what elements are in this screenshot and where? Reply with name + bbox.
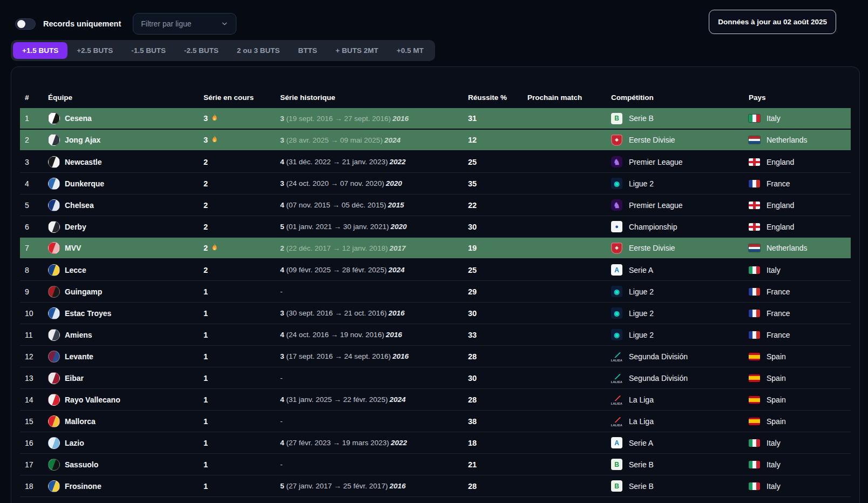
team-logo (48, 351, 60, 363)
italy-flag-icon (749, 266, 760, 274)
historic-streak-cell: 4 (31 janv. 2025 → 22 févr. 2025)2024 (277, 395, 465, 404)
records-only-toggle[interactable] (15, 18, 36, 30)
tab-buts-2mt[interactable]: + BUTS 2MT (327, 42, 388, 59)
streak-value: 2 (204, 201, 208, 210)
historic-streak-cell: 4 (09 févr. 2025 → 28 févr. 2025)2024 (277, 266, 465, 274)
table-row-cesena[interactable]: 1Cesena33 (19 sept. 2016 → 27 sept. 2016… (20, 108, 851, 130)
rank-cell: 11 (20, 331, 44, 339)
competition-name: Ligue 2 (629, 287, 654, 296)
current-streak-cell: 1 (200, 331, 277, 339)
historic-year: 2024 (388, 395, 405, 404)
team-cell: Frosinone (44, 480, 200, 492)
table-row-lecce[interactable]: 8Lecce24 (09 févr. 2025 → 28 févr. 2025)… (20, 259, 851, 281)
table-row-newcastle[interactable]: 3Newcastle24 (31 déc. 2022 → 21 janv. 20… (20, 151, 851, 173)
league-filter-select[interactable]: Filtrer par ligue (133, 13, 236, 35)
table-row-estac-troyes[interactable]: 10Estac Troyes13 (30 sept. 2016 → 21 oct… (20, 303, 851, 324)
success-rate-cell: 31 (465, 114, 524, 123)
table-row-dunkerque[interactable]: 4Dunkerque23 (24 oct. 2020 → 07 nov. 202… (20, 173, 851, 195)
table-row-rayo-vallecano[interactable]: 14Rayo Vallecano14 (31 janv. 2025 → 22 f… (20, 389, 851, 411)
historic-streak-cell: 5 (27 janv. 2017 → 25 févr. 2017)2016 (277, 482, 465, 490)
streak-value: 1 (204, 309, 208, 318)
serie-a-icon: A (611, 437, 622, 448)
current-streak-cell: 3 (200, 114, 277, 123)
tab-1-5-buts[interactable]: +1.5 BUTS (13, 42, 67, 59)
tab-2-5-buts[interactable]: -2.5 BUTS (175, 42, 228, 59)
historic-streak-cell: 3 (28 avr. 2025 → 09 mai 2025)2024 (277, 136, 465, 144)
success-rate-cell: 28 (465, 352, 524, 361)
tab-0-5-mt[interactable]: +0.5 MT (388, 42, 433, 59)
table-header-row: #ÉquipeSérie en coursSérie historiqueRéu… (20, 86, 851, 108)
competition-name: Eerste Divisie (629, 244, 675, 252)
country-cell: France (745, 331, 851, 339)
historic-year: 2020 (384, 179, 402, 187)
tab-2-5-buts[interactable]: +2.5 BUTS (67, 42, 122, 59)
competition-name: Serie A (629, 439, 653, 447)
table-row-levante[interactable]: 12Levante13 (17 sept. 2016 → 24 sept. 20… (20, 346, 851, 367)
competition-cell: ∕∕LALIGASegunda División (608, 351, 745, 362)
historic-streak-cell: 3 (19 sept. 2016 → 27 sept. 2016)2016 (277, 115, 465, 123)
historic-streak-cell: 4 (27 févr. 2023 → 19 mars 2023)2022 (277, 439, 465, 447)
country-name: England (767, 201, 794, 210)
table-row-eibar[interactable]: 13Eibar1-30∕∕LALIGASegunda DivisiónSpain (20, 367, 851, 389)
historic-streak-cell: 3 (24 oct. 2020 → 07 nov. 2020)2020 (277, 179, 465, 187)
serie-b-icon: B (611, 459, 622, 470)
streak-value: 2 (204, 179, 208, 188)
competition-cell: BSerie B (608, 113, 745, 124)
country-cell: Netherlands (745, 244, 851, 252)
spain-flag-icon (749, 353, 760, 360)
table-row-derby[interactable]: 6Derby25 (01 janv. 2021 → 30 janv. 2021)… (20, 216, 851, 238)
historic-streak-cell: 2 (22 déc. 2017 → 12 janv. 2018)2017 (277, 244, 465, 252)
historic-count: 4 (280, 331, 284, 339)
team-cell: Chelsea (44, 199, 200, 211)
country-name: England (767, 223, 794, 231)
tab-1-5-buts[interactable]: -1.5 BUTS (122, 42, 175, 59)
ligue-2-icon: ◉ (611, 178, 622, 189)
table-row-jong-ajax[interactable]: 2Jong Ajax33 (28 avr. 2025 → 09 mai 2025… (20, 130, 851, 151)
country-name: Spain (767, 374, 786, 383)
table-row-guingamp[interactable]: 9Guingamp1-29◉Ligue 2France (20, 281, 851, 303)
country-name: Italy (767, 114, 781, 123)
tab-btts[interactable]: BTTS (289, 42, 326, 59)
table-row-mvv[interactable]: 7MVV22 (22 déc. 2017 → 12 janv. 2018)201… (20, 238, 851, 259)
team-cell: Sassuolo (44, 459, 200, 471)
tab-2-ou-3-buts[interactable]: 2 ou 3 BUTS (228, 42, 289, 59)
country-cell: Italy (745, 266, 851, 274)
current-streak-cell: 1 (200, 482, 277, 491)
team-name: Sassuolo (65, 460, 98, 469)
competition-cell: ASerie A (608, 437, 745, 448)
streak-value: 1 (204, 374, 208, 383)
france-flag-icon (749, 331, 760, 339)
column-header-s-rie-en-cours: Série en cours (200, 93, 277, 102)
table-row-mallorca[interactable]: 15Mallorca1-38∕∕LALIGALa LigaSpain (20, 411, 851, 432)
historic-year: 2024 (386, 266, 404, 274)
competition-cell: ASerie A (608, 264, 745, 276)
table-row-lazio[interactable]: 16Lazio14 (27 févr. 2023 → 19 mars 2023)… (20, 432, 851, 454)
historic-year: 2016 (391, 352, 409, 360)
competition-name: Premier League (629, 201, 683, 210)
team-logo (48, 329, 60, 341)
team-logo (48, 134, 60, 146)
table-row-chelsea[interactable]: 5Chelsea24 (07 nov. 2015 → 05 déc. 2015)… (20, 195, 851, 216)
column-header-pays: Pays (745, 93, 851, 102)
competition-cell: ♞Premier League (608, 199, 745, 211)
column-header-quipe: Équipe (44, 93, 200, 102)
streak-value: 1 (204, 439, 208, 447)
success-rate-cell: 21 (465, 460, 524, 469)
premier-league-icon: ♞ (611, 156, 622, 167)
table-row-amiens[interactable]: 11Amiens14 (24 oct. 2016 → 19 nov. 2016)… (20, 324, 851, 346)
country-name: Italy (767, 460, 781, 469)
team-name: Derby (65, 223, 86, 231)
streak-value: 3 (204, 114, 208, 123)
chevron-down-icon (221, 20, 228, 28)
streak-value: 1 (204, 460, 208, 469)
competition-cell: ◆Eerste Divisie (608, 243, 745, 254)
historic-count: 3 (280, 352, 284, 360)
streak-value: 2 (204, 158, 208, 166)
table-row-frosinone[interactable]: 18Frosinone15 (27 janv. 2017 → 25 févr. … (20, 475, 851, 497)
table-row-sassuolo[interactable]: 17Sassuolo1-21BSerie BItaly (20, 454, 851, 475)
rank-cell: 3 (20, 158, 44, 166)
team-cell: MVV (44, 242, 200, 254)
competition-cell: ◉Ligue 2 (608, 307, 745, 319)
team-name: Cesena (65, 114, 92, 123)
rank-cell: 17 (20, 460, 44, 469)
